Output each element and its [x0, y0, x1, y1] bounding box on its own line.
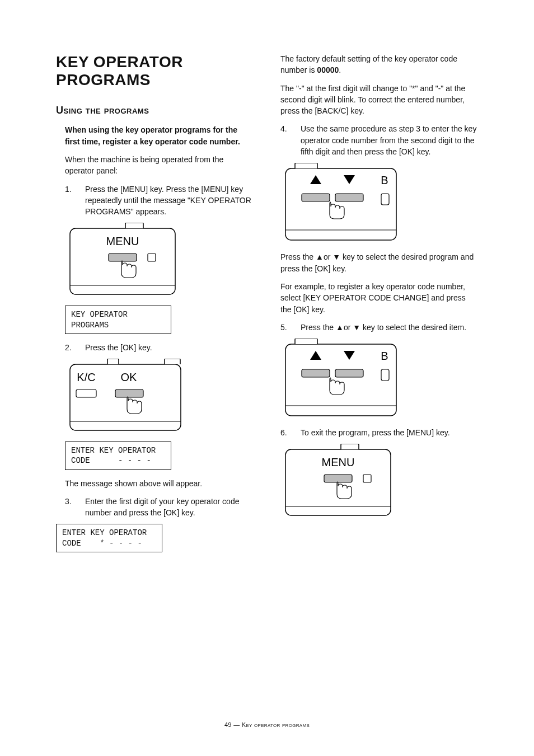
section-subtitle: Using the programs	[56, 105, 254, 116]
step-text: To exit the program, press the [MENU] ke…	[301, 427, 478, 438]
footer-section: Key operator programs	[242, 721, 310, 728]
step-text: Enter the first digit of your key operat…	[85, 496, 254, 519]
lcd-display-3: ENTER KEY OPERATOR CODE * - - - -	[56, 524, 162, 552]
kc-label: K/C	[77, 371, 95, 383]
svg-rect-6	[115, 389, 143, 397]
figure-arrow-panel-1: B	[285, 163, 478, 243]
figure-menu-panel: MENU	[69, 223, 254, 298]
menu-panel-svg: MENU	[69, 223, 176, 295]
step-3: 3. Enter the first digit of your key ope…	[65, 496, 254, 519]
step-4: 4. Use the same procedure as step 3 to e…	[280, 123, 478, 157]
step-5: 5. Press the ▲or ▼ key to select the des…	[280, 322, 478, 333]
svg-rect-17	[335, 369, 363, 377]
figure-arrow-panel-2: B	[285, 339, 478, 419]
after-lcd2-text: The message shown above will appear.	[65, 478, 254, 489]
press-arrow-text-1: Press the ▲or ▼ key to select the desire…	[280, 251, 478, 274]
step-6: 6. To exit the program, press the [MENU]…	[280, 427, 478, 438]
lcd-display-2: ENTER KEY OPERATOR CODE - - - -	[65, 442, 171, 469]
arrow-panel-svg: B	[285, 339, 397, 417]
step-2: 2. Press the [OK] key.	[65, 342, 254, 353]
svg-rect-1	[109, 253, 137, 261]
example-text: For example, to register a key operator …	[280, 281, 478, 315]
ok-panel-svg: K/C OK	[69, 359, 181, 431]
svg-rect-16	[302, 369, 330, 377]
step-1: 1. Press the [MENU] key. Press the [MENU…	[65, 184, 254, 218]
svg-rect-5	[76, 389, 96, 397]
ok-key-label: OK	[121, 371, 138, 383]
lcd-display-1: KEY OPERATOR PROGRAMS	[65, 306, 171, 334]
b-label: B	[381, 350, 388, 362]
svg-rect-11	[302, 194, 330, 201]
svg-rect-2	[148, 253, 156, 261]
svg-rect-21	[324, 475, 352, 482]
step-number: 2.	[65, 342, 75, 353]
svg-rect-8	[285, 168, 396, 240]
right-column: The factory default setting of the key o…	[280, 53, 478, 560]
svg-rect-22	[363, 475, 371, 482]
dash-behavior-note: The "-" at the first digit will change t…	[280, 83, 478, 117]
svg-rect-12	[335, 194, 363, 201]
step-text: Press the [MENU] key. Press the [MENU] k…	[85, 184, 254, 218]
page-title: KEY OPERATOR PROGRAMS	[56, 53, 254, 89]
step-number: 5.	[280, 322, 291, 333]
intro-bold: When using the key operator programs for…	[65, 124, 254, 147]
svg-rect-13	[381, 194, 389, 205]
page-number: 49	[224, 721, 232, 728]
step-text: Press the [OK] key.	[85, 342, 254, 353]
step-number: 1.	[65, 184, 75, 218]
step-text: Press the ▲or ▼ key to select the desire…	[301, 322, 478, 333]
menu-key-label: MENU	[106, 235, 139, 247]
menu-panel-svg: MENU	[285, 444, 391, 516]
factory-default-note: The factory default setting of the key o…	[280, 53, 478, 76]
svg-rect-15	[285, 344, 396, 416]
b-label: B	[381, 174, 388, 186]
figure-menu-panel-exit: MENU	[285, 444, 478, 519]
step-number: 3.	[65, 496, 75, 519]
intro-context: When the machine is being operated from …	[65, 154, 254, 177]
page-footer: 49 — Key operator programs	[0, 721, 534, 728]
step-number: 4.	[280, 123, 291, 157]
menu-key-label: MENU	[322, 456, 355, 468]
left-column: KEY OPERATOR PROGRAMS Using the programs…	[56, 53, 254, 560]
step-number: 6.	[280, 427, 291, 438]
figure-ok-panel: K/C OK	[69, 359, 254, 434]
svg-rect-18	[381, 369, 389, 381]
step-text: Use the same procedure as step 3 to ente…	[301, 123, 478, 157]
arrow-panel-svg: B	[285, 163, 397, 241]
